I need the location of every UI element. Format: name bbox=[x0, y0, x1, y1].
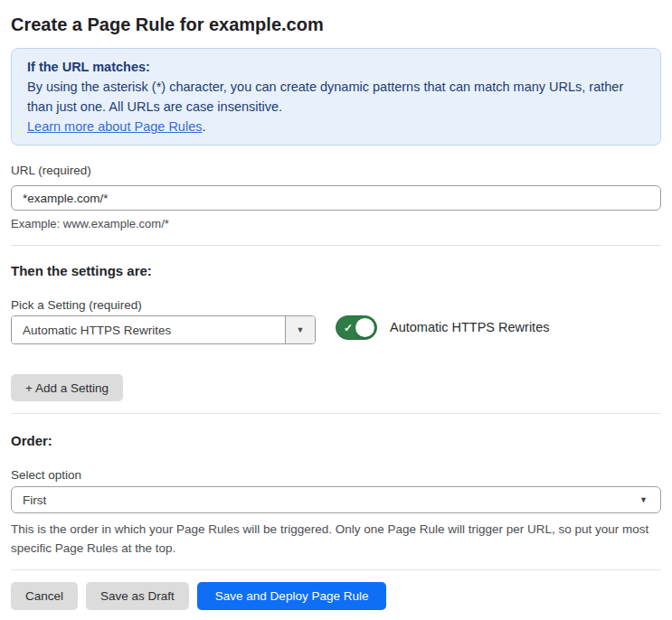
toggle-knob bbox=[355, 318, 374, 337]
setting-toggle-wrap: ✓ Automatic HTTPS Rewrites bbox=[336, 315, 549, 340]
footer-actions: Cancel Save as Draft Save and Deploy Pag… bbox=[11, 582, 661, 610]
save-draft-button[interactable]: Save as Draft bbox=[86, 582, 189, 610]
order-select-label: Select option bbox=[11, 467, 661, 483]
dropdown-arrow-icon[interactable]: ▼ bbox=[285, 316, 315, 343]
divider bbox=[11, 413, 661, 414]
divider bbox=[11, 569, 661, 570]
link-suffix: . bbox=[202, 119, 205, 134]
order-section-heading: Order: bbox=[11, 432, 661, 450]
cancel-button[interactable]: Cancel bbox=[11, 582, 78, 610]
setting-select[interactable]: Automatic HTTPS Rewrites ▼ bbox=[11, 315, 316, 344]
url-example-helper: Example: www.example.com/* bbox=[11, 216, 661, 231]
setting-select-value: Automatic HTTPS Rewrites bbox=[12, 316, 285, 343]
toggle-label: Automatic HTTPS Rewrites bbox=[390, 315, 549, 340]
checkmark-icon: ✓ bbox=[344, 322, 353, 333]
url-field-label: URL (required) bbox=[11, 163, 661, 178]
learn-more-link[interactable]: Learn more about Page Rules bbox=[27, 119, 202, 134]
banner-body-text: By using the asterisk (*) character, you… bbox=[27, 77, 645, 117]
pick-setting-label: Pick a Setting (required) bbox=[11, 297, 661, 313]
order-select-value: First bbox=[23, 493, 46, 507]
order-helper-text: This is the order in which your Page Rul… bbox=[11, 520, 658, 558]
banner-heading: If the URL matches: bbox=[27, 57, 645, 77]
divider bbox=[11, 245, 661, 246]
save-deploy-button[interactable]: Save and Deploy Page Rule bbox=[197, 582, 387, 610]
add-setting-button[interactable]: + Add a Setting bbox=[11, 374, 123, 401]
url-match-info-banner: If the URL matches: By using the asteris… bbox=[11, 48, 661, 146]
page-title: Create a Page Rule for example.com bbox=[11, 13, 661, 36]
order-select[interactable]: First ▼ bbox=[11, 486, 661, 513]
url-input[interactable] bbox=[11, 185, 661, 211]
https-rewrites-toggle[interactable]: ✓ bbox=[336, 315, 377, 340]
setting-row: Automatic HTTPS Rewrites ▼ ✓ Automatic H… bbox=[11, 315, 661, 344]
banner-link-line: Learn more about Page Rules. bbox=[27, 117, 645, 136]
settings-section-heading: Then the settings are: bbox=[11, 262, 661, 280]
chevron-down-icon: ▼ bbox=[639, 495, 648, 504]
